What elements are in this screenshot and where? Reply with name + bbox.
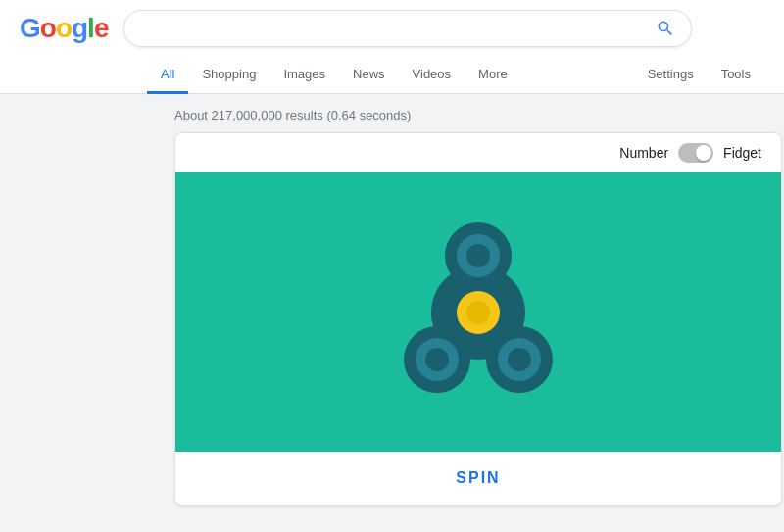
toggle-row: Number Fidget (175, 133, 781, 172)
svg-point-12 (508, 348, 531, 371)
search-bar: spinner (123, 10, 692, 47)
toggle-switch[interactable] (678, 143, 713, 163)
logo-letter-g2: g (72, 13, 87, 43)
svg-point-8 (466, 244, 490, 267)
spinner-area[interactable] (175, 172, 781, 452)
tab-settings[interactable]: Settings (634, 57, 708, 94)
tab-shopping[interactable]: Shopping (188, 57, 270, 94)
google-logo: Google (20, 13, 108, 44)
logo-letter-o1: o (40, 13, 56, 43)
logo-letter-e: e (94, 13, 109, 43)
header: Google spinner All Shopping Images News … (0, 0, 784, 94)
feedback-row: Feedback (0, 525, 784, 532)
svg-point-10 (425, 348, 449, 371)
search-button[interactable] (656, 19, 675, 38)
logo-letter-l: l (87, 13, 94, 43)
tab-all[interactable]: All (147, 57, 188, 94)
spin-button[interactable]: SPIN (456, 469, 500, 487)
tab-news[interactable]: News (339, 57, 399, 94)
tab-more[interactable]: More (465, 57, 521, 94)
tab-images[interactable]: Images (270, 57, 339, 94)
toggle-knob (696, 145, 711, 161)
spin-button-area: SPIN (175, 452, 781, 505)
fidget-spinner-graphic (370, 205, 586, 420)
tab-videos[interactable]: Videos (399, 57, 466, 94)
logo-letter-g: G (20, 13, 40, 43)
spinner-card: Number Fidget (174, 132, 782, 506)
nav-tabs: All Shopping Images News Videos More Set… (20, 57, 764, 93)
search-input[interactable]: spinner (140, 20, 656, 37)
logo-letter-o2: o (56, 13, 72, 43)
results-count: About 217,000,000 results (0.64 seconds) (0, 94, 784, 132)
toggle-number-label: Number (619, 145, 668, 161)
tab-tools[interactable]: Tools (708, 57, 764, 94)
search-icon (656, 19, 675, 38)
main-content: Number Fidget (0, 132, 784, 525)
toggle-fidget-label: Fidget (723, 145, 761, 161)
svg-point-14 (466, 301, 490, 324)
header-top: Google spinner (20, 10, 764, 57)
nav-right: Settings Tools (634, 57, 764, 93)
